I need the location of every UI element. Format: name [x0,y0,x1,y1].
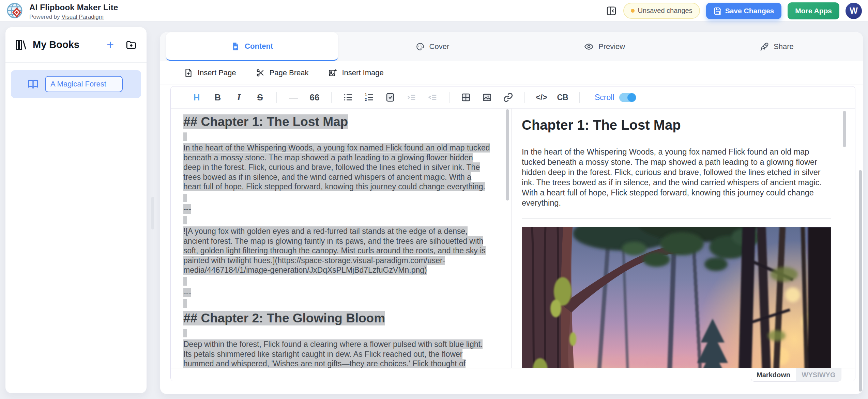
table-button[interactable] [460,91,472,104]
indent-button[interactable] [405,91,417,104]
preview-scrollbar[interactable] [843,111,846,147]
md-heading-line: ## Chapter 1: The Lost Map [183,113,491,130]
svg-text:1: 1 [365,93,367,97]
powered-by-text: Powered by [29,14,62,20]
visual-paradigm-logo-icon [6,2,24,20]
document-icon [231,42,240,51]
md-paragraph: In the heart of the Whispering Woods, a … [183,143,491,192]
user-avatar[interactable]: W [846,3,862,19]
file-plus-icon [184,68,193,77]
markdown-editor[interactable]: ## Chapter 1: The Lost Map In the heart … [171,109,511,368]
unsaved-changes-label: Unsaved changes [638,7,692,15]
md-divider-line: --- [183,204,491,214]
tab-preview[interactable]: Preview [519,32,691,61]
wysiwyg-mode-button[interactable]: WYSIWYG [796,368,841,382]
toggle-knob [627,93,636,102]
palette-icon [416,42,425,51]
ordered-list-button[interactable]: 1 2 [363,91,375,104]
add-folder-icon[interactable] [125,39,137,51]
preview-divider [522,218,831,219]
bold-button[interactable]: B [212,91,224,104]
inline-code-button[interactable]: </> [535,91,548,104]
italic-button[interactable]: I [233,91,245,104]
rocket-icon [760,42,769,51]
selected-empty-line [183,329,187,337]
tab-cover-label: Cover [429,42,450,51]
selected-empty-line [183,132,187,141]
toolbar-separator [449,92,450,103]
tab-content-label: Content [245,42,273,51]
format-toolbar: H B I S — 66 1 2 [171,86,855,109]
heading-button[interactable]: H [191,91,203,104]
blockquote-button[interactable]: 66 [308,91,321,104]
selected-empty-line [183,194,187,202]
page-break-button[interactable]: Page Break [256,68,309,77]
save-changes-label: Save Changes [725,7,774,15]
app-window: AI Flipbook Maker Lite Powered by Visual… [0,0,868,399]
outdent-button[interactable] [426,91,439,104]
page-scrollbar[interactable] [859,170,862,392]
tab-cover[interactable]: Cover [346,32,518,61]
eye-icon [584,42,594,51]
selected-text: --- [183,288,191,297]
toolbar-separator [276,92,277,103]
editor-bottom-bar: Markdown WYSIWYG [171,368,855,381]
selected-text: ## Chapter 2: The Glowing Bloom [183,311,385,325]
toolbar-separator [579,92,580,103]
preview-pane: Chapter 1: The Lost Map In the heart of … [512,109,855,368]
sidebar-title: My Books [33,39,107,50]
collapse-panel-icon[interactable] [606,5,617,17]
visual-paradigm-link[interactable]: Visual Paradigm [62,14,104,20]
tab-share[interactable]: Share [691,32,863,61]
insert-toolbar: Insert Page Page Break [160,61,863,84]
strikethrough-button[interactable]: S [254,91,266,104]
selected-text: Deep within the forest, Flick found a cl… [183,339,484,368]
insert-page-label: Insert Page [198,68,236,77]
md-paragraph: Deep within the forest, Flick found a cl… [183,339,491,368]
md-divider-line: --- [183,288,491,298]
tab-bar: Content Cover [160,32,863,61]
svg-text:2: 2 [365,97,367,101]
insert-page-button[interactable]: Insert Page [184,68,236,77]
tab-preview-label: Preview [598,42,625,51]
selected-text: --- [183,204,191,214]
editor-scrollbar[interactable] [506,109,509,201]
insert-image-label: Insert Image [342,68,383,77]
add-book-button[interactable]: + [107,39,114,51]
code-block-button[interactable]: CB [557,91,569,104]
selected-text: In the heart of the Whispering Woods, a … [183,143,490,191]
md-heading-line: ## Chapter 2: The Glowing Bloom [183,310,491,327]
selected-text: ## Chapter 1: The Lost Map [183,114,348,129]
toolbar-separator [524,92,525,103]
forest-illustration-image [522,227,831,368]
editor-container: H B I S — 66 1 2 [170,86,855,381]
image-button[interactable] [481,91,493,104]
my-books-sidebar: My Books + [5,27,147,393]
markdown-mode-button[interactable]: Markdown [751,368,796,382]
selected-empty-line [183,277,187,286]
save-icon [714,7,722,15]
horizontal-rule-button[interactable]: — [287,91,300,104]
book-list-item[interactable] [11,70,141,98]
sidebar-resize-handle[interactable] [151,197,154,229]
image-plus-icon [328,68,337,77]
library-icon [15,39,27,51]
mode-switch: Markdown WYSIWYG [751,368,841,382]
book-name-input[interactable] [45,76,123,92]
save-changes-button[interactable]: Save Changes [706,3,782,19]
tab-content[interactable]: Content [166,32,338,61]
unsaved-changes-badge: Unsaved changes [623,3,700,19]
open-book-icon [27,78,39,90]
selected-empty-line [183,216,187,224]
scroll-sync-toggle[interactable] [619,93,636,102]
toolbar-separator [331,92,332,103]
tab-share-label: Share [774,42,794,51]
more-apps-button[interactable]: More Apps [788,2,839,19]
scissors-icon [256,68,265,77]
insert-image-button[interactable]: Insert Image [328,68,383,77]
task-list-button[interactable] [384,91,396,104]
page-break-label: Page Break [270,68,309,77]
md-image-markdown: ![A young fox with golden eyes and a red… [183,226,491,275]
link-button[interactable] [502,91,514,104]
bullet-list-button[interactable] [342,91,354,104]
